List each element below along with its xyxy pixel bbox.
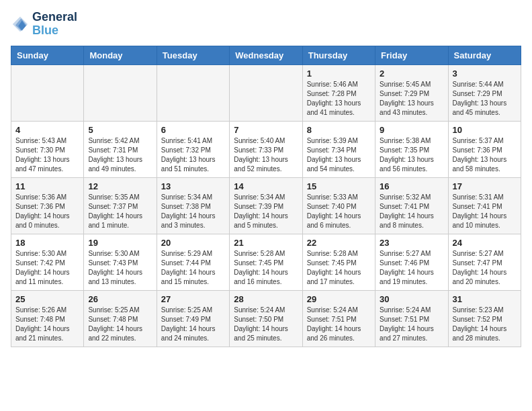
day-info: Sunrise: 5:41 AM Sunset: 7:32 PM Dayligh…	[161, 136, 225, 174]
calendar-cell: 1Sunrise: 5:46 AM Sunset: 7:28 PM Daylig…	[302, 64, 375, 121]
weekday-header-monday: Monday	[84, 46, 157, 64]
calendar-cell: 8Sunrise: 5:39 AM Sunset: 7:34 PM Daylig…	[302, 121, 375, 177]
calendar-cell: 13Sunrise: 5:34 AM Sunset: 7:38 PM Dayli…	[157, 177, 229, 234]
day-info: Sunrise: 5:30 AM Sunset: 7:42 PM Dayligh…	[15, 249, 79, 287]
day-info: Sunrise: 5:27 AM Sunset: 7:47 PM Dayligh…	[453, 249, 517, 287]
day-number: 24	[453, 238, 517, 248]
day-info: Sunrise: 5:25 AM Sunset: 7:49 PM Dayligh…	[161, 306, 225, 343]
day-info: Sunrise: 5:28 AM Sunset: 7:45 PM Dayligh…	[307, 249, 371, 287]
day-number: 11	[15, 181, 79, 191]
calendar-cell: 17Sunrise: 5:31 AM Sunset: 7:41 PM Dayli…	[448, 177, 521, 234]
day-number: 18	[15, 238, 79, 248]
weekday-header-tuesday: Tuesday	[157, 46, 229, 64]
calendar-cell: 20Sunrise: 5:29 AM Sunset: 7:44 PM Dayli…	[157, 234, 229, 290]
logo: General Blue	[11, 11, 77, 38]
day-info: Sunrise: 5:42 AM Sunset: 7:31 PM Dayligh…	[88, 136, 152, 174]
day-number: 23	[380, 238, 443, 248]
calendar-cell: 15Sunrise: 5:33 AM Sunset: 7:40 PM Dayli…	[302, 177, 375, 234]
calendar-cell: 18Sunrise: 5:30 AM Sunset: 7:42 PM Dayli…	[11, 234, 84, 290]
day-info: Sunrise: 5:32 AM Sunset: 7:41 PM Dayligh…	[380, 193, 443, 230]
calendar-cell: 12Sunrise: 5:35 AM Sunset: 7:37 PM Dayli…	[84, 177, 157, 234]
calendar-week-4: 18Sunrise: 5:30 AM Sunset: 7:42 PM Dayli…	[11, 234, 521, 290]
day-number: 10	[453, 125, 517, 135]
calendar-cell: 28Sunrise: 5:24 AM Sunset: 7:50 PM Dayli…	[230, 290, 302, 347]
calendar-cell: 14Sunrise: 5:34 AM Sunset: 7:39 PM Dayli…	[230, 177, 302, 234]
calendar-cell: 23Sunrise: 5:27 AM Sunset: 7:46 PM Dayli…	[375, 234, 448, 290]
day-info: Sunrise: 5:30 AM Sunset: 7:43 PM Dayligh…	[88, 249, 152, 287]
day-number: 25	[15, 294, 79, 304]
day-info: Sunrise: 5:24 AM Sunset: 7:50 PM Dayligh…	[234, 306, 298, 343]
day-info: Sunrise: 5:46 AM Sunset: 7:28 PM Dayligh…	[307, 80, 371, 118]
day-info: Sunrise: 5:38 AM Sunset: 7:35 PM Dayligh…	[380, 136, 443, 174]
day-info: Sunrise: 5:34 AM Sunset: 7:38 PM Dayligh…	[161, 193, 225, 230]
day-number: 15	[307, 181, 371, 191]
day-info: Sunrise: 5:44 AM Sunset: 7:29 PM Dayligh…	[453, 80, 517, 118]
calendar-cell	[157, 64, 229, 121]
day-info: Sunrise: 5:26 AM Sunset: 7:48 PM Dayligh…	[15, 306, 79, 343]
calendar-cell	[84, 64, 157, 121]
calendar-cell: 31Sunrise: 5:23 AM Sunset: 7:52 PM Dayli…	[448, 290, 521, 347]
day-info: Sunrise: 5:45 AM Sunset: 7:29 PM Dayligh…	[380, 80, 443, 118]
calendar-week-5: 25Sunrise: 5:26 AM Sunset: 7:48 PM Dayli…	[11, 290, 521, 347]
day-number: 28	[234, 294, 298, 304]
weekday-header-thursday: Thursday	[302, 46, 375, 64]
calendar-cell: 26Sunrise: 5:25 AM Sunset: 7:48 PM Dayli…	[84, 290, 157, 347]
day-number: 8	[307, 125, 371, 135]
day-info: Sunrise: 5:29 AM Sunset: 7:44 PM Dayligh…	[161, 249, 225, 287]
day-info: Sunrise: 5:40 AM Sunset: 7:33 PM Dayligh…	[234, 136, 298, 174]
calendar-cell: 19Sunrise: 5:30 AM Sunset: 7:43 PM Dayli…	[84, 234, 157, 290]
day-number: 26	[88, 294, 152, 304]
logo-icon	[11, 15, 30, 34]
calendar-cell: 4Sunrise: 5:43 AM Sunset: 7:30 PM Daylig…	[11, 121, 84, 177]
day-number: 7	[234, 125, 298, 135]
day-number: 19	[88, 238, 152, 248]
day-number: 3	[453, 68, 517, 79]
day-info: Sunrise: 5:33 AM Sunset: 7:40 PM Dayligh…	[307, 193, 371, 230]
calendar-cell: 7Sunrise: 5:40 AM Sunset: 7:33 PM Daylig…	[230, 121, 302, 177]
day-number: 5	[88, 125, 152, 135]
day-number: 6	[161, 125, 225, 135]
calendar-week-3: 11Sunrise: 5:36 AM Sunset: 7:36 PM Dayli…	[11, 177, 521, 234]
day-number: 27	[161, 294, 225, 304]
day-info: Sunrise: 5:36 AM Sunset: 7:36 PM Dayligh…	[15, 193, 79, 230]
day-info: Sunrise: 5:43 AM Sunset: 7:30 PM Dayligh…	[15, 136, 79, 174]
calendar-cell: 30Sunrise: 5:24 AM Sunset: 7:51 PM Dayli…	[375, 290, 448, 347]
day-number: 13	[161, 181, 225, 191]
day-info: Sunrise: 5:24 AM Sunset: 7:51 PM Dayligh…	[307, 306, 371, 343]
calendar-cell: 2Sunrise: 5:45 AM Sunset: 7:29 PM Daylig…	[375, 64, 448, 121]
weekday-header-saturday: Saturday	[448, 46, 521, 64]
day-number: 14	[234, 181, 298, 191]
calendar-cell	[230, 64, 302, 121]
logo-text: General Blue	[32, 11, 77, 38]
day-info: Sunrise: 5:27 AM Sunset: 7:46 PM Dayligh…	[380, 249, 443, 287]
calendar-cell: 5Sunrise: 5:42 AM Sunset: 7:31 PM Daylig…	[84, 121, 157, 177]
calendar-cell: 11Sunrise: 5:36 AM Sunset: 7:36 PM Dayli…	[11, 177, 84, 234]
day-number: 2	[380, 68, 443, 79]
day-info: Sunrise: 5:37 AM Sunset: 7:36 PM Dayligh…	[453, 136, 517, 174]
day-info: Sunrise: 5:35 AM Sunset: 7:37 PM Dayligh…	[88, 193, 152, 230]
calendar-cell	[11, 64, 84, 121]
day-info: Sunrise: 5:25 AM Sunset: 7:48 PM Dayligh…	[88, 306, 152, 343]
calendar-cell: 6Sunrise: 5:41 AM Sunset: 7:32 PM Daylig…	[157, 121, 229, 177]
day-number: 20	[161, 238, 225, 248]
day-number: 29	[307, 294, 371, 304]
calendar-cell: 22Sunrise: 5:28 AM Sunset: 7:45 PM Dayli…	[302, 234, 375, 290]
day-number: 22	[307, 238, 371, 248]
weekday-header-friday: Friday	[375, 46, 448, 64]
day-number: 9	[380, 125, 443, 135]
calendar-week-1: 1Sunrise: 5:46 AM Sunset: 7:28 PM Daylig…	[11, 64, 521, 121]
day-info: Sunrise: 5:23 AM Sunset: 7:52 PM Dayligh…	[453, 306, 517, 343]
calendar-cell: 24Sunrise: 5:27 AM Sunset: 7:47 PM Dayli…	[448, 234, 521, 290]
calendar-cell: 9Sunrise: 5:38 AM Sunset: 7:35 PM Daylig…	[375, 121, 448, 177]
day-info: Sunrise: 5:28 AM Sunset: 7:45 PM Dayligh…	[234, 249, 298, 287]
calendar-cell: 27Sunrise: 5:25 AM Sunset: 7:49 PM Dayli…	[157, 290, 229, 347]
weekday-header-sunday: Sunday	[11, 46, 84, 64]
weekday-header-wednesday: Wednesday	[230, 46, 302, 64]
calendar-week-2: 4Sunrise: 5:43 AM Sunset: 7:30 PM Daylig…	[11, 121, 521, 177]
day-info: Sunrise: 5:39 AM Sunset: 7:34 PM Dayligh…	[307, 136, 371, 174]
day-number: 21	[234, 238, 298, 248]
day-number: 1	[307, 68, 371, 79]
day-number: 12	[88, 181, 152, 191]
calendar-cell: 10Sunrise: 5:37 AM Sunset: 7:36 PM Dayli…	[448, 121, 521, 177]
day-info: Sunrise: 5:31 AM Sunset: 7:41 PM Dayligh…	[453, 193, 517, 230]
